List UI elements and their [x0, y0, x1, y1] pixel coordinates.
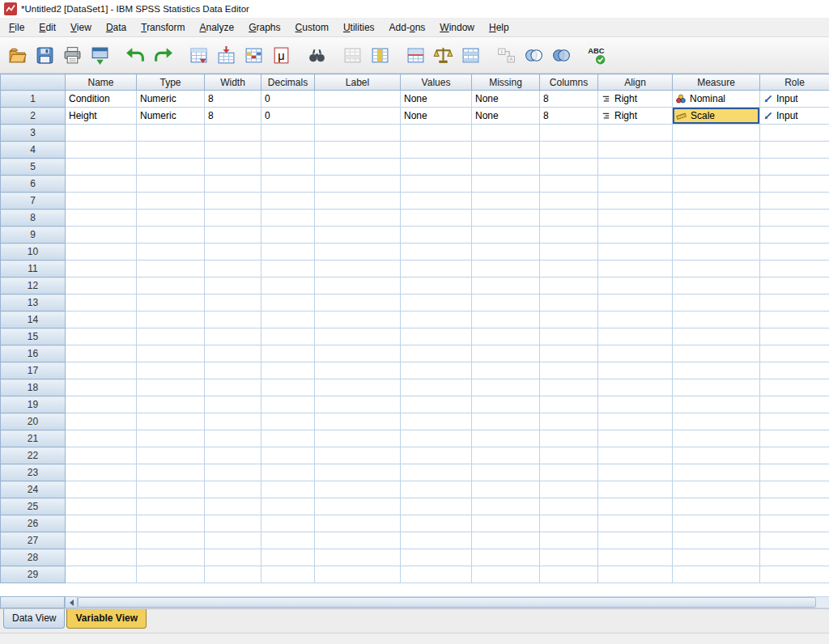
- cell-align[interactable]: [598, 413, 673, 430]
- cell-missing[interactable]: [472, 430, 540, 447]
- row-header[interactable]: 27: [1, 532, 66, 549]
- cell-measure[interactable]: [673, 549, 760, 566]
- cell-missing[interactable]: [472, 261, 540, 278]
- column-header-decimals[interactable]: Decimals: [261, 74, 315, 91]
- row-header[interactable]: 21: [1, 430, 66, 447]
- cell-decimals[interactable]: [261, 210, 315, 227]
- find-icon[interactable]: [304, 41, 329, 69]
- cell-name[interactable]: [66, 176, 137, 193]
- cell-name[interactable]: [66, 515, 137, 532]
- cell-missing[interactable]: [472, 193, 540, 210]
- cell-decimals[interactable]: [261, 328, 315, 345]
- cell-role[interactable]: [760, 532, 829, 549]
- cell-values[interactable]: [401, 227, 472, 244]
- cell-measure[interactable]: [673, 379, 760, 396]
- cell-columns[interactable]: [540, 278, 598, 294]
- cell-measure[interactable]: [673, 261, 760, 278]
- column-header-role[interactable]: Role: [760, 74, 829, 91]
- menu-data[interactable]: Data: [99, 19, 134, 36]
- recall-dialogs-icon[interactable]: [87, 41, 113, 69]
- cell-label[interactable]: [315, 159, 401, 176]
- cell-width[interactable]: [205, 328, 261, 345]
- cell-columns[interactable]: [540, 430, 598, 447]
- menu-help[interactable]: Help: [482, 19, 517, 36]
- cell-columns[interactable]: [540, 379, 598, 396]
- cell-name[interactable]: Height: [66, 108, 137, 125]
- cell-type[interactable]: [137, 328, 205, 345]
- cell-name[interactable]: [66, 379, 137, 396]
- cell-missing[interactable]: [472, 210, 540, 227]
- goto-variable-icon[interactable]: [214, 41, 239, 69]
- cell-width[interactable]: [205, 549, 261, 566]
- cell-label[interactable]: [315, 244, 401, 261]
- cell-width[interactable]: [205, 278, 261, 294]
- column-header-type[interactable]: Type: [137, 74, 205, 91]
- cell-label[interactable]: [315, 227, 401, 244]
- cell-width[interactable]: [205, 498, 261, 515]
- scroll-left-button[interactable]: [65, 596, 78, 608]
- cell-type[interactable]: [137, 278, 205, 294]
- cell-columns[interactable]: [540, 362, 598, 379]
- cell-values[interactable]: [401, 498, 472, 515]
- cell-missing[interactable]: [472, 498, 540, 515]
- cell-decimals[interactable]: [261, 142, 315, 159]
- cell-width[interactable]: 8: [205, 91, 261, 108]
- row-header[interactable]: 24: [1, 481, 66, 498]
- cell-decimals[interactable]: [261, 413, 315, 430]
- cell-width[interactable]: [205, 532, 261, 549]
- cell-values[interactable]: [401, 549, 472, 566]
- cell-values[interactable]: [401, 125, 472, 142]
- cell-name[interactable]: Condition: [66, 91, 137, 108]
- cell-type[interactable]: [137, 125, 205, 142]
- cell-values[interactable]: [401, 294, 472, 311]
- cell-columns[interactable]: [540, 566, 598, 583]
- cell-align[interactable]: [598, 176, 673, 193]
- cell-role[interactable]: [760, 193, 829, 210]
- row-header[interactable]: 26: [1, 515, 66, 532]
- cell-values[interactable]: [401, 261, 472, 278]
- cell-name[interactable]: [66, 345, 137, 362]
- cell-columns[interactable]: 8: [540, 108, 598, 125]
- row-header[interactable]: 1: [1, 91, 66, 108]
- cell-width[interactable]: [205, 159, 261, 176]
- cell-decimals[interactable]: 0: [261, 91, 315, 108]
- cell-columns[interactable]: [540, 244, 598, 261]
- cell-values[interactable]: [401, 142, 472, 159]
- cell-role[interactable]: [760, 515, 829, 532]
- cell-label[interactable]: [315, 91, 401, 108]
- cell-width[interactable]: [205, 176, 261, 193]
- cell-align[interactable]: [598, 498, 673, 515]
- cell-align[interactable]: [598, 447, 673, 464]
- open-data-icon[interactable]: [5, 41, 30, 69]
- cell-decimals[interactable]: [261, 294, 315, 311]
- cell-missing[interactable]: [472, 481, 540, 498]
- cell-values[interactable]: [401, 210, 472, 227]
- cell-type[interactable]: [137, 447, 205, 464]
- cell-role[interactable]: [760, 362, 829, 379]
- cell-values[interactable]: [401, 481, 472, 498]
- cell-align[interactable]: [598, 515, 673, 532]
- cell-decimals[interactable]: [261, 464, 315, 481]
- cell-values[interactable]: [401, 566, 472, 583]
- cell-label[interactable]: [315, 566, 401, 583]
- column-header-values[interactable]: Values: [401, 74, 472, 91]
- cell-measure[interactable]: [673, 311, 760, 328]
- cell-missing[interactable]: [472, 447, 540, 464]
- cell-columns[interactable]: [540, 447, 598, 464]
- cell-label[interactable]: [315, 311, 401, 328]
- cell-measure[interactable]: [673, 413, 760, 430]
- cell-columns[interactable]: [540, 227, 598, 244]
- row-header[interactable]: 10: [1, 244, 66, 261]
- cell-name[interactable]: [66, 566, 137, 583]
- cell-missing[interactable]: [472, 328, 540, 345]
- cell-measure[interactable]: [673, 244, 760, 261]
- cell-columns[interactable]: 8: [540, 91, 598, 108]
- cell-columns[interactable]: [540, 294, 598, 311]
- cell-name[interactable]: [66, 498, 137, 515]
- cell-columns[interactable]: [540, 176, 598, 193]
- cell-decimals[interactable]: [261, 159, 315, 176]
- row-header[interactable]: 28: [1, 549, 66, 566]
- cell-values[interactable]: [401, 362, 472, 379]
- cell-type[interactable]: [137, 193, 205, 210]
- cell-values[interactable]: [401, 345, 472, 362]
